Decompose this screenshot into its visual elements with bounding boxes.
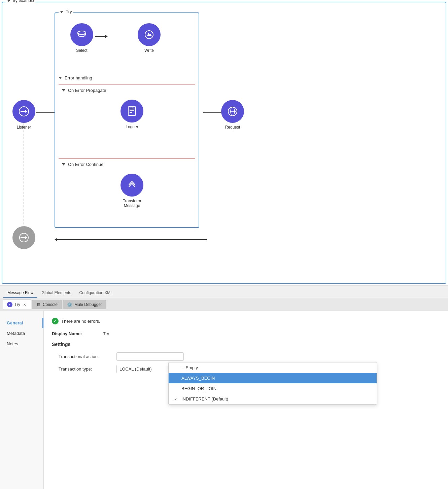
tab-global-elements[interactable]: Global Elements <box>37 288 75 298</box>
transactional-action-field[interactable] <box>116 352 184 361</box>
select-node[interactable]: Select <box>70 23 93 53</box>
request-node[interactable]: Request <box>221 100 244 130</box>
try-label: Try <box>59 9 73 14</box>
transform-message-node[interactable]: TransformMessage <box>62 170 195 211</box>
logger-circle[interactable]: LOG <box>120 100 143 123</box>
console-tab-label: Console <box>43 302 58 307</box>
transaction-type-label: Transaction type: <box>59 366 112 372</box>
bottom-content: General Metadata Notes ✓ There are no er… <box>0 311 448 489</box>
on-error-propagate-section: On Error Propagate LOG Logger <box>59 84 195 133</box>
try-example-frame: try-example Listener Try <box>2 2 446 284</box>
display-name-label: Display Name: <box>52 331 99 336</box>
gray-node[interactable] <box>12 226 35 249</box>
left-sidebar: General Metadata Notes <box>0 311 44 489</box>
tab-message-flow[interactable]: Message Flow <box>3 288 37 298</box>
try-tab-close[interactable]: ✕ <box>22 303 27 307</box>
transform-label: TransformMessage <box>123 199 141 208</box>
listener-circle[interactable] <box>12 100 35 123</box>
svg-marker-18 <box>25 236 27 239</box>
arrow-select-write <box>95 35 108 38</box>
dropdown-item-empty[interactable]: -- Empty -- <box>169 362 377 373</box>
dropdown-item-begin-or-join[interactable]: BEGIN_OR_JOIN <box>169 383 377 394</box>
request-circle[interactable] <box>221 100 244 123</box>
write-node[interactable]: Write <box>138 23 161 53</box>
on-error-continue-label: On Error Continue <box>62 162 195 167</box>
status-icon: ✓ <box>52 318 59 324</box>
svg-marker-15 <box>234 110 236 113</box>
bottom-panel-tabs: ● Try ✕ 🖥 Console ⚙️ Mule Debugger <box>0 298 448 311</box>
dropdown-item-indifferent[interactable]: ✓ INDIFFERENT (Default) <box>169 394 377 404</box>
logger-label: Logger <box>126 125 138 129</box>
dropdown-container: -- Empty -- ALWAYS_BEGIN BEGIN_OR_JOIN ✓… <box>168 362 377 405</box>
sidebar-item-notes[interactable]: Notes <box>0 339 43 349</box>
display-name-value: Try <box>103 331 109 336</box>
write-circle[interactable] <box>138 23 161 46</box>
canvas-area: try-example Listener Try <box>0 0 448 286</box>
write-label: Write <box>144 48 154 53</box>
display-name-row: Display Name: Try <box>52 331 440 336</box>
gray-circle[interactable] <box>12 226 35 249</box>
debugger-tab-label: Mule Debugger <box>74 302 102 307</box>
try-block: Try Select <box>55 12 199 228</box>
debugger-tab-icon: ⚙️ <box>67 302 72 307</box>
transform-circle[interactable] <box>120 174 143 197</box>
transactional-action-input[interactable] <box>116 352 184 361</box>
tab-configuration-xml[interactable]: Configuration XML <box>75 288 116 298</box>
arrow-back <box>55 238 207 241</box>
transactional-action-label: Transactional action: <box>59 354 112 359</box>
try-example-label: try-example <box>6 0 35 3</box>
select-circle[interactable] <box>70 23 93 46</box>
dropdown-item-always-begin[interactable]: ALWAYS_BEGIN <box>169 373 377 383</box>
panel-tab-try[interactable]: ● Try ✕ <box>3 300 31 309</box>
status-text: There are no errors. <box>61 319 100 324</box>
main-content: ✓ There are no errors. Display Name: Try… <box>44 311 448 489</box>
try-tab-label: Try <box>14 302 20 307</box>
panel-tab-debugger[interactable]: ⚙️ Mule Debugger <box>63 300 106 309</box>
on-error-continue-section: On Error Continue TransformMessage <box>59 158 195 211</box>
panel-tab-console[interactable]: 🖥 Console <box>32 300 62 309</box>
tab-bar: Message Flow Global Elements Configurati… <box>0 286 448 298</box>
logger-node[interactable]: LOG Logger <box>62 96 195 133</box>
sidebar-item-general[interactable]: General <box>0 318 43 328</box>
flow-name-text: try-example <box>13 0 34 3</box>
dashed-line <box>24 124 24 228</box>
request-label: Request <box>225 125 240 130</box>
on-error-propagate-label: On Error Propagate <box>62 88 195 93</box>
transactional-action-row: Transactional action: <box>59 352 440 361</box>
svg-text:LOG: LOG <box>131 107 134 109</box>
status-bar: ✓ There are no errors. <box>52 318 440 324</box>
try-tab-icon: ● <box>7 302 12 307</box>
select-label: Select <box>76 48 87 53</box>
error-handling-label: Error handling <box>59 75 92 80</box>
settings-heading: Settings <box>52 342 440 347</box>
console-tab-icon: 🖥 <box>36 302 41 307</box>
sidebar-item-metadata[interactable]: Metadata <box>0 328 43 339</box>
svg-marker-2 <box>25 110 27 113</box>
svg-point-4 <box>78 31 86 34</box>
